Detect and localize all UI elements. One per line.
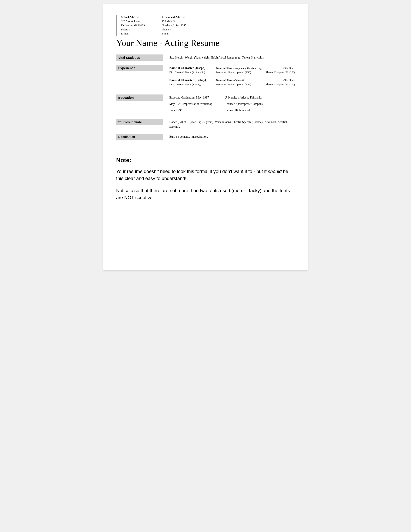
- exp-month-2: Month and Year of opening (7/96): [216, 83, 262, 87]
- exp-show-2: Name of Show (Cabaret): [216, 78, 274, 83]
- specialties-label: Specialties: [116, 134, 163, 140]
- resume-title: Your Name - Acting Resume: [116, 38, 295, 48]
- experience-entry-1: Name of Character (Joseph) Name of Show …: [169, 66, 295, 75]
- exp-char-1: Name of Character (Joseph): [169, 66, 212, 70]
- note-section: Note: Your resume doesn't need to look t…: [116, 157, 295, 201]
- studies-label: Studies Include: [116, 119, 163, 125]
- studies-section: Studies Include Dance (Ballet - 1 year, …: [116, 119, 295, 129]
- school-address-label: School Address: [121, 15, 139, 19]
- experience-label: Experience: [116, 65, 163, 71]
- note-paragraph-2: Notice also that there are not more than…: [116, 187, 295, 201]
- school-address: School Address 123 Moose Lane Fairbanks,…: [121, 15, 145, 36]
- experience-content: Name of Character (Joseph) Name of Show …: [169, 65, 295, 90]
- vital-statistics-content: Sex, Height, Weight (Yup, weight! Eek!),…: [169, 55, 295, 60]
- exp-month-1: Month and Year of opening (9/96): [216, 70, 262, 75]
- exp-show-1: Name of Show (Jospeh and the Amazing): [216, 66, 274, 70]
- edu-date-1: May, 1996 Improvisation Workshop: [169, 102, 216, 106]
- note-title: Note:: [116, 157, 295, 164]
- edu-row-1: May, 1996 Improvisation Workshop Reduced…: [169, 102, 295, 106]
- exp-city-2: City, State: [278, 78, 295, 83]
- exp-dir-1: Dir.: Director's Name (A. Antohin): [169, 70, 212, 75]
- edu-school-0: University of Alaska Fairbanks: [225, 95, 295, 100]
- edu-date-0: Expected Graduation: May, 1997: [169, 95, 216, 100]
- exp-theatre-2: Theatre Company (F.L.O.T.): [266, 83, 295, 87]
- education-label: Education: [116, 95, 163, 101]
- exp-row-2: Name of Character (Busboy) Name of Show …: [169, 78, 295, 83]
- resume-page: School Address 123 Moose Lane Fairbanks,…: [103, 4, 308, 270]
- education-content: Expected Graduation: May, 1997 Universit…: [169, 95, 295, 115]
- specialties-section: Specialties Burp on demand, improvisatio…: [116, 134, 295, 140]
- specialties-content: Burp on demand, improvisation.: [169, 134, 295, 139]
- edu-row-0: Expected Graduation: May, 1997 Universit…: [169, 95, 295, 100]
- studies-text: Dance (Ballet - 1 year, Tap - 2 years), …: [169, 120, 288, 128]
- experience-section: Experience Name of Character (Joseph) Na…: [116, 65, 295, 90]
- exp-city-1: City, State: [278, 66, 295, 70]
- exp-row-1: Name of Character (Joseph) Name of Show …: [169, 66, 295, 70]
- permanent-email: E-mail: [162, 31, 186, 36]
- vital-statistics-text: Sex, Height, Weight (Yup, weight! Eek!),…: [169, 56, 264, 59]
- header: School Address 123 Moose Lane Fairbanks,…: [116, 15, 295, 36]
- school-address-line1: 123 Moose Lane: [121, 19, 145, 23]
- note-para1-before: Your resume doesn't need to look this fo…: [116, 169, 268, 174]
- permanent-address: Permanent Address 123 Main St. Nowhere, …: [162, 15, 186, 36]
- edu-school-1: Reduced Shakespeare Company: [225, 102, 295, 106]
- permanent-address-label: Permanent Address: [162, 15, 185, 19]
- exp-dir-2: Dir.: Director's Name (J. Grey): [169, 83, 212, 87]
- note-paragraph-1: Your resume doesn't need to look this fo…: [116, 168, 295, 182]
- note-para1-italic: should: [268, 169, 282, 174]
- vital-statistics-label: Vital Statistics: [116, 55, 163, 61]
- exp-char-2: Name of Character (Busboy): [169, 78, 212, 83]
- studies-content: Dance (Ballet - 1 year, Tap - 2 years), …: [169, 119, 295, 129]
- education-section: Education Expected Graduation: May, 1997…: [116, 95, 295, 115]
- vital-statistics-section: Vital Statistics Sex, Height, Weight (Yu…: [116, 55, 295, 61]
- school-phone: Phone #: [121, 28, 145, 32]
- edu-school-2: Lathrop High School: [225, 108, 295, 113]
- school-email: E-mail: [121, 31, 145, 36]
- school-address-line2: Fairbanks, AK 99123: [121, 23, 145, 28]
- specialties-text: Burp on demand, improvisation.: [169, 135, 208, 138]
- experience-entry-2: Name of Character (Busboy) Name of Show …: [169, 78, 295, 87]
- exp-dir-row-2: Dir.: Director's Name (J. Grey) Month an…: [169, 83, 295, 87]
- permanent-address-line2: Nowhere, USA 12345: [162, 23, 186, 28]
- exp-theatre-1: Theatre Company (F.L.O.T.): [266, 70, 295, 75]
- edu-date-2: June, 1994: [169, 108, 216, 113]
- permanent-phone: Phone #: [162, 28, 186, 32]
- exp-dir-row-1: Dir.: Director's Name (A. Antohin) Month…: [169, 70, 295, 75]
- address-block: School Address 123 Moose Lane Fairbanks,…: [121, 15, 186, 36]
- permanent-address-line1: 123 Main St.: [162, 19, 186, 23]
- edu-row-2: June, 1994 Lathrop High School: [169, 108, 295, 113]
